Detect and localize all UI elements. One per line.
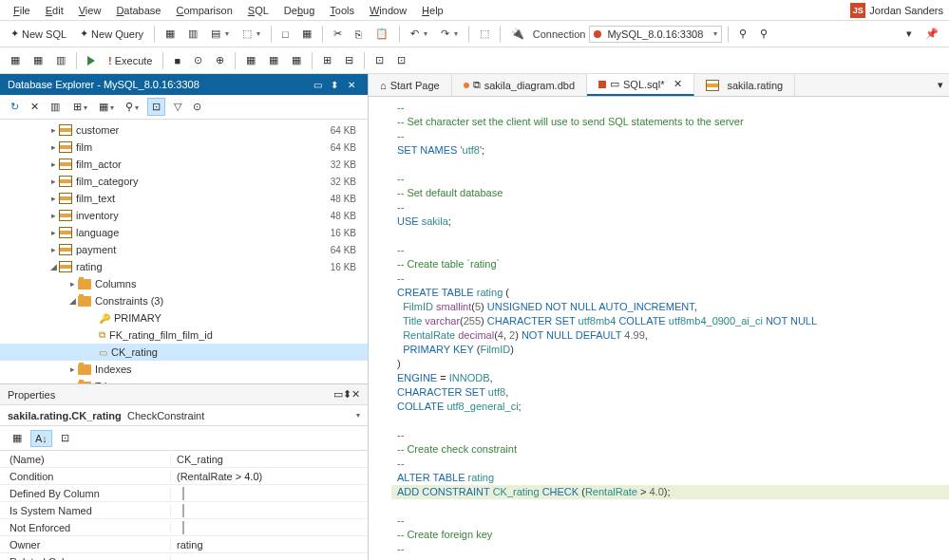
undo-icon[interactable]: ↶▾: [406, 25, 432, 43]
tb-icon[interactable]: ⊞: [318, 51, 336, 69]
window-icon[interactable]: ▭: [309, 80, 326, 90]
tb-icon[interactable]: ⬚: [475, 25, 494, 43]
connect-icon[interactable]: 🔌: [506, 25, 529, 43]
property-row[interactable]: Condition(RentalRate > 4.0): [0, 468, 368, 485]
property-row[interactable]: Is System Named: [0, 502, 368, 519]
cut-icon[interactable]: ✂: [329, 25, 347, 43]
menu-database[interactable]: Database: [108, 3, 168, 18]
table-row[interactable]: ▸film_category32 KB: [0, 173, 368, 190]
tb-icon[interactable]: □: [277, 26, 294, 43]
tb-icon[interactable]: ⊕: [211, 51, 229, 69]
new-query-button[interactable]: ✦ New Query: [75, 25, 148, 43]
connection-dropdown[interactable]: MySQL_8.0.16:3308▾: [589, 26, 722, 43]
editor-tab[interactable]: ⧉ sakila_diagram.dbd: [452, 74, 587, 96]
pin-icon[interactable]: 📌: [921, 25, 943, 43]
editor-tab[interactable]: ▭ SQL.sql* ✕: [587, 74, 694, 96]
property-row[interactable]: Defined By Column: [0, 485, 368, 502]
properties-toolbar: ▦ A↓ ⊡: [0, 426, 368, 451]
tb-icon[interactable]: ▦: [241, 51, 260, 69]
tb-icon[interactable]: ⊙: [188, 98, 206, 116]
tb-icon[interactable]: ⊡: [147, 98, 165, 116]
constraint-row[interactable]: ⧉FK_rating_film_film_id: [0, 327, 368, 344]
editor-tab[interactable]: sakila.rating: [694, 74, 795, 96]
close-icon[interactable]: ✕: [351, 388, 360, 401]
property-row[interactable]: Not Enforced: [0, 519, 368, 536]
sql-editor[interactable]: ---- Set character set the client will u…: [369, 97, 949, 560]
editor-tab[interactable]: ⌂ Start Page: [369, 74, 452, 96]
menu-help[interactable]: Help: [414, 3, 451, 18]
table-row[interactable]: ▸film_text48 KB: [0, 190, 368, 207]
tb-icon[interactable]: ⊞▾: [68, 98, 92, 116]
tb-icon[interactable]: ⊡: [56, 429, 74, 447]
tb-icon[interactable]: ⬚▾: [237, 25, 265, 43]
tb-icon[interactable]: ⊡: [392, 51, 410, 69]
property-row[interactable]: Ownerrating: [0, 536, 368, 553]
pin-icon[interactable]: ⬍: [343, 388, 351, 401]
execute-icon[interactable]: [83, 53, 100, 68]
tb-icon[interactable]: ▥: [183, 25, 202, 43]
window-icon[interactable]: ▭: [333, 388, 343, 401]
redo-icon[interactable]: ↷▾: [436, 25, 463, 43]
tb-icon[interactable]: ▦: [6, 51, 25, 69]
sort-icon[interactable]: A↓: [30, 430, 52, 447]
tb-icon[interactable]: ⚲: [755, 25, 772, 43]
editor-tabs: ⌂ Start Page⧉ sakila_diagram.dbd▭ SQL.sq…: [369, 74, 949, 97]
table-row[interactable]: ▸language16 KB: [0, 224, 368, 241]
refresh-icon[interactable]: ↻: [6, 98, 24, 116]
constraint-row[interactable]: 🔑PRIMARY: [0, 309, 368, 327]
tb-icon[interactable]: ⊙: [189, 51, 207, 69]
tb-icon[interactable]: ▥: [51, 51, 70, 69]
folder-row[interactable]: ◢Constraints (3): [0, 292, 368, 309]
table-row[interactable]: ▸inventory48 KB: [0, 207, 368, 224]
menu-edit[interactable]: Edit: [38, 3, 71, 18]
tb-icon[interactable]: ▦: [28, 51, 47, 69]
property-row[interactable]: Related Column: [0, 553, 368, 560]
tb-icon[interactable]: ▤▾: [206, 25, 234, 43]
menu-tools[interactable]: Tools: [322, 3, 362, 18]
menu-file[interactable]: File: [6, 3, 38, 18]
db-tree: ▸customer64 KB▸film64 KB▸film_actor32 KB…: [0, 120, 368, 383]
menu-comparison[interactable]: Comparison: [168, 3, 239, 18]
pin-icon[interactable]: ⬍: [326, 80, 343, 90]
close-icon[interactable]: ✕: [674, 78, 682, 90]
tb-icon[interactable]: ▦: [161, 25, 180, 43]
tb-icon[interactable]: ⚲: [734, 25, 751, 43]
tb-icon[interactable]: ▦▾: [94, 98, 119, 116]
stop-icon[interactable]: ■: [169, 52, 185, 69]
new-sql-button[interactable]: ✦ New SQL: [6, 25, 71, 43]
tb-icon[interactable]: ▥: [46, 98, 65, 116]
folder-row[interactable]: ▸Columns: [0, 275, 368, 292]
explorer-title: Database Explorer - MySQL_8.0.16:3308: [8, 79, 309, 90]
tb-icon[interactable]: ▦: [264, 51, 283, 69]
close-conn-icon[interactable]: ✕: [26, 98, 44, 116]
property-row[interactable]: (Name)CK_rating: [0, 451, 368, 468]
menu-debug[interactable]: Debug: [276, 3, 322, 18]
tb-icon[interactable]: ▦: [287, 51, 306, 69]
tb-icon[interactable]: ⚲▾: [121, 98, 143, 116]
tb-icon[interactable]: ⊡: [370, 51, 389, 69]
properties-breadcrumb[interactable]: sakila.rating.CK_rating CheckConstraint …: [0, 405, 368, 426]
tb-icon[interactable]: ▦: [297, 25, 316, 43]
paste-icon[interactable]: 📋: [370, 25, 393, 43]
tab-menu-icon[interactable]: ▾: [932, 77, 949, 93]
menubar: File Edit View Database Comparison SQL D…: [0, 0, 949, 21]
tb-icon[interactable]: ▾: [902, 25, 917, 43]
table-row[interactable]: ▸customer64 KB: [0, 121, 368, 139]
menu-window[interactable]: Window: [362, 3, 414, 18]
categorize-icon[interactable]: ▦: [8, 429, 27, 447]
folder-row[interactable]: ▸Indexes: [0, 361, 368, 378]
table-row[interactable]: ▸payment64 KB: [0, 241, 368, 258]
table-row[interactable]: ▸film64 KB: [0, 139, 368, 156]
constraint-row[interactable]: ▭CK_rating: [0, 344, 368, 361]
menu-sql[interactable]: SQL: [240, 3, 276, 18]
sql-toolbar: ▦ ▦ ▥ ! Execute ■ ⊙ ⊕ ▦ ▦ ▦ ⊞ ⊟ ⊡ ⊡: [0, 47, 949, 74]
filter-icon[interactable]: ▽: [169, 98, 186, 116]
table-row[interactable]: ▸film_actor32 KB: [0, 156, 368, 173]
close-icon[interactable]: ✕: [343, 80, 360, 90]
execute-button[interactable]: ! Execute: [104, 52, 157, 69]
user-name[interactable]: Jordan Sanders: [869, 5, 943, 16]
menu-view[interactable]: View: [71, 3, 109, 18]
tb-icon[interactable]: ⊟: [340, 51, 358, 69]
table-row[interactable]: ◢rating16 KB: [0, 258, 368, 275]
copy-icon[interactable]: ⎘: [351, 26, 367, 43]
